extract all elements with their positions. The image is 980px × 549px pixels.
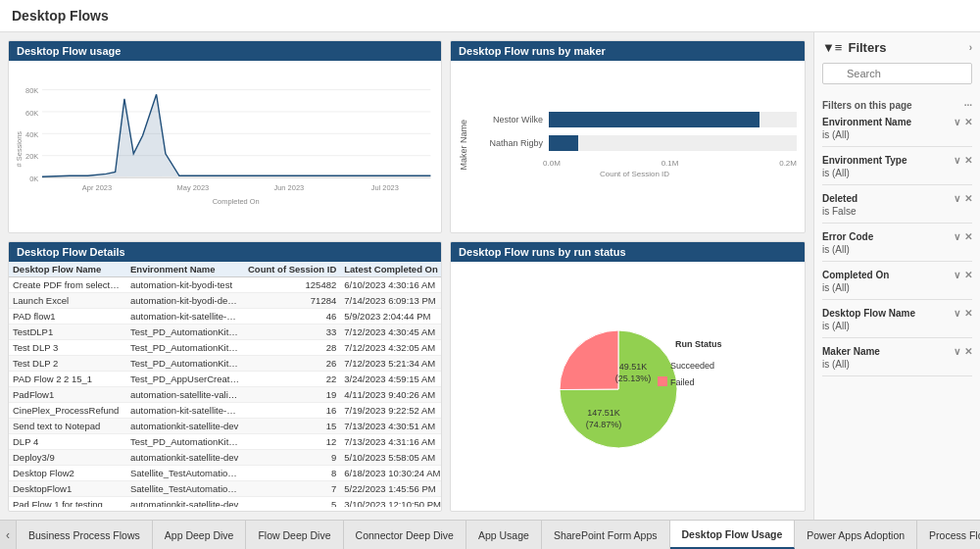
table-row: PAD Flow 2 2 15_1 Test_PD_AppUserCreatio… — [9, 372, 441, 387]
cell-count: 71284 — [244, 293, 340, 309]
cell-env: automation-kit-byodi-demo — [126, 293, 244, 309]
filters-container: Environment Name ∨ ✕ is (All) Environmen… — [822, 117, 972, 376]
bottom-tabs: ‹ Business Process FlowsApp Deep DiveFlo… — [0, 520, 980, 549]
cell-env: Test_PD_AppUserCreation — [126, 372, 244, 387]
maker-name-1: Nestor Wilke — [472, 115, 543, 125]
filter-item-3: Error Code ∨ ✕ is (All) — [822, 231, 972, 262]
tab-3[interactable]: Connector Deep Dive — [344, 521, 466, 549]
svg-text:Jun 2023: Jun 2023 — [274, 183, 305, 192]
x-tick-2: 0.2M — [779, 159, 797, 168]
tab-1[interactable]: App Deep Dive — [153, 521, 247, 549]
tab-8[interactable]: Process Flows — [917, 521, 980, 549]
table-row: PadFlow1 automation-satellite-validation… — [9, 387, 441, 403]
filter-header-0: Environment Name ∨ ✕ — [822, 117, 972, 127]
usage-chart-panel: Desktop Flow usage 80K 60K 40K 20K 0K # … — [8, 40, 442, 233]
cell-date: 4/11/2023 9:40:26 AM — [340, 387, 441, 403]
cell-name: Create PDF from selected PDF page(s) - C… — [9, 277, 126, 293]
col-name: Desktop Flow Name — [9, 262, 126, 277]
cell-count: 16 — [244, 403, 340, 419]
filter-clear-0[interactable]: ✕ — [964, 117, 972, 127]
cell-env: automation-kit-satellite-dev — [126, 309, 244, 324]
filter-value-6: is (All) — [822, 359, 972, 370]
filter-clear-5[interactable]: ✕ — [964, 308, 972, 319]
filter-expand-3[interactable]: ∨ — [954, 231, 960, 242]
cell-env: Satellite_TestAutomationKIT — [126, 466, 244, 481]
cell-date: 6/18/2023 10:30:24 AM — [340, 466, 441, 481]
table-title: Desktop Flow Details — [9, 242, 441, 262]
cell-date: 5/22/2023 1:45:56 PM — [340, 481, 441, 497]
cell-count: 46 — [244, 309, 340, 324]
cell-name: Launch Excel — [9, 293, 126, 309]
cell-env: Test_PD_AutomationKit_Satellite — [126, 340, 244, 356]
maker-chart-title: Desktop Flow runs by maker — [451, 41, 805, 61]
cell-count: 5 — [244, 497, 340, 507]
filter-clear-6[interactable]: ✕ — [964, 346, 972, 357]
filters-sidebar: ▼≡ Filters › 🔍 Filters on this page ··· … — [813, 32, 980, 520]
table-row: Send text to Notepad automationkit-satel… — [9, 419, 441, 434]
filter-expand-2[interactable]: ∨ — [954, 193, 960, 204]
maker-y-axis-label: Maker Name — [459, 120, 468, 171]
filter-item-1: Environment Type ∨ ✕ is (All) — [822, 155, 972, 185]
filter-item-4: Completed On ∨ ✕ is (All) — [822, 270, 972, 300]
tab-4[interactable]: App Usage — [466, 521, 542, 549]
maker-row-1: Nestor Wilke — [472, 112, 797, 127]
svg-text:Failed: Failed — [670, 377, 695, 387]
cell-date: 6/10/2023 4:30:16 AM — [340, 277, 441, 293]
tab-7[interactable]: Power Apps Adoption — [795, 521, 917, 549]
svg-text:40K: 40K — [25, 130, 38, 139]
filter-clear-3[interactable]: ✕ — [964, 231, 972, 242]
svg-text:Run Status: Run Status — [675, 339, 722, 349]
cell-count: 12 — [244, 434, 340, 450]
tab-5[interactable]: SharePoint Form Apps — [542, 521, 670, 549]
table-row: Test DLP 3 Test_PD_AutomationKit_Satelli… — [9, 340, 441, 356]
pie-chart-panel: Desktop Flow runs by run status — [450, 241, 806, 512]
filter-expand-4[interactable]: ∨ — [954, 270, 960, 280]
cell-count: 15 — [244, 419, 340, 434]
cell-date: 7/14/2023 6:09:13 PM — [340, 293, 441, 309]
col-count: Count of Session ID — [244, 262, 340, 277]
table-panel: Desktop Flow Details Desktop Flow Name E… — [8, 241, 442, 512]
tab-6[interactable]: Desktop Flow Usage — [670, 521, 796, 549]
filter-icon: ▼≡ — [822, 40, 842, 55]
filter-header-5: Desktop Flow Name ∨ ✕ — [822, 308, 972, 319]
filter-expand-5[interactable]: ∨ — [954, 308, 960, 319]
filter-clear-2[interactable]: ✕ — [964, 193, 972, 204]
filter-value-4: is (All) — [822, 282, 972, 293]
table-row: Deploy3/9 automationkit-satellite-dev 9 … — [9, 450, 441, 466]
filter-expand-0[interactable]: ∨ — [954, 117, 960, 127]
filter-clear-4[interactable]: ✕ — [964, 270, 972, 280]
cell-count: 26 — [244, 356, 340, 372]
filter-clear-1[interactable]: ✕ — [964, 155, 972, 166]
table-row: DLP 4 Test_PD_AutomationKit_Satellite 12… — [9, 434, 441, 450]
cell-name: TestDLP1 — [9, 324, 126, 340]
cell-name: Send text to Notepad — [9, 419, 126, 434]
filter-header-3: Error Code ∨ ✕ — [822, 231, 972, 242]
filter-header-4: Completed On ∨ ✕ — [822, 270, 972, 280]
svg-text:60K: 60K — [25, 109, 38, 118]
filter-expand-6[interactable]: ∨ — [954, 346, 960, 357]
cell-name: PAD Flow 2 2 15_1 — [9, 372, 126, 387]
cell-count: 8 — [244, 466, 340, 481]
filter-value-0: is (All) — [822, 129, 972, 140]
tab-2[interactable]: Flow Deep Dive — [246, 521, 343, 549]
col-env: Environment Name — [126, 262, 244, 277]
cell-date: 7/12/2023 4:30:45 AM — [340, 324, 441, 340]
cell-env: automation-kit-byodi-test — [126, 277, 244, 293]
cell-name: Pad Flow 1 for testing — [9, 497, 126, 507]
sidebar-close[interactable]: › — [969, 42, 972, 53]
tab-0[interactable]: Business Process Flows — [17, 521, 153, 549]
cell-date: 7/19/2023 9:22:52 AM — [340, 403, 441, 419]
table-row: Test DLP 2 Test_PD_AutomationKit_Satelli… — [9, 356, 441, 372]
cell-env: automation-kit-satellite-dev — [126, 403, 244, 419]
cell-name: CinePlex_ProcessRefund — [9, 403, 126, 419]
table-row: Launch Excel automation-kit-byodi-demo 7… — [9, 293, 441, 309]
svg-text:# Sessions: # Sessions — [15, 131, 24, 168]
tab-nav-left[interactable]: ‹ — [0, 521, 17, 549]
filter-expand-1[interactable]: ∨ — [954, 155, 960, 166]
maker-bar-1 — [549, 112, 760, 127]
filter-value-5: is (All) — [822, 321, 972, 331]
cell-name: Test DLP 2 — [9, 356, 126, 372]
search-input[interactable] — [822, 63, 972, 84]
flow-details-table: Desktop Flow Name Environment Name Count… — [9, 262, 441, 507]
cell-env: Test_PD_AutomationKit_Satellite — [126, 356, 244, 372]
